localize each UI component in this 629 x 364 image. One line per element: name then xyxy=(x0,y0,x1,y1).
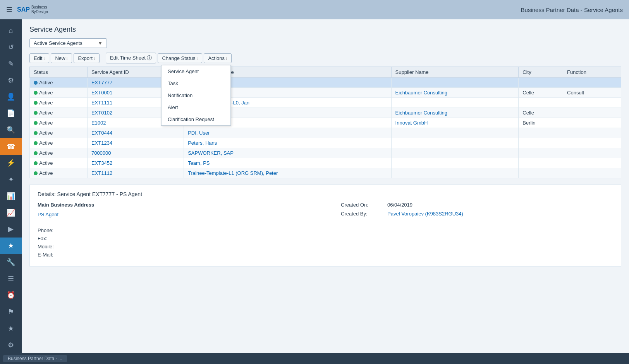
table-row[interactable]: Active7000000SAPWORKER, SAP xyxy=(30,148,621,158)
cell-supplier xyxy=(391,138,519,148)
mobile-row: Mobile: xyxy=(38,244,613,250)
sidebar-item-home[interactable]: ⌂ xyxy=(0,22,22,39)
toolbar-wrapper: Edit ↓ New ↓ Export ↓ Edit Time Sheet ⓘ … xyxy=(29,53,621,63)
sidebar-item-time[interactable]: ⏰ xyxy=(0,287,22,304)
cell-agent-name: Trainee-Template-L1 (ORG SRM), Peter xyxy=(184,168,391,178)
actions-button[interactable]: Actions ↓ xyxy=(204,53,232,63)
created-on-label: Created On: xyxy=(341,202,387,208)
hamburger-menu[interactable]: ☰ xyxy=(6,5,12,14)
email-label: E-Mail: xyxy=(38,252,69,258)
sidebar-item-chart[interactable]: 📊 xyxy=(0,188,22,205)
col-function: Function xyxy=(563,67,621,78)
table-row[interactable]: ActiveEXT0444PDI, User xyxy=(30,128,621,138)
table-row[interactable]: ActiveE1002Müller, OliverInnovat GmbHBer… xyxy=(30,118,621,128)
table-row[interactable]: ActiveEXT1234Peters, Hans xyxy=(30,138,621,148)
created-on-value: 06/04/2019 xyxy=(387,202,412,208)
cell-city xyxy=(519,138,563,148)
sidebar-item-phone[interactable]: ☎ xyxy=(0,138,22,155)
menu-item-service-agent[interactable]: Service Agent xyxy=(162,65,230,77)
created-by-value[interactable]: Pavel Voropaiev (K983S2RGU34) xyxy=(387,211,463,217)
header-title: Business Partner Data - Service Agents xyxy=(521,7,623,13)
change-status-button[interactable]: Change Status ↓ xyxy=(158,53,202,63)
cell-supplier: Eichbaumer Consulting xyxy=(391,88,519,98)
cell-agent-name: SAPWORKER, SAP xyxy=(184,148,391,158)
fax-row: Fax: xyxy=(38,236,613,241)
cell-function xyxy=(563,108,621,118)
sidebar-item-flag[interactable]: ⚑ xyxy=(0,304,22,320)
menu-item-task[interactable]: Task xyxy=(162,77,230,89)
table-row[interactable]: ActiveEXT1111Kursleiter-Template-L0, Jan xyxy=(30,98,621,108)
table-row[interactable]: ActiveEXT1112Trainee-Template-L1 (ORG SR… xyxy=(30,168,621,178)
sidebar-item-analytics[interactable]: ★ xyxy=(0,238,22,254)
chevron-down-icon: ▼ xyxy=(98,40,103,46)
cell-status: Active xyxy=(30,138,88,148)
cell-function xyxy=(563,138,621,148)
sidebar-item-refresh[interactable]: ↺ xyxy=(0,39,22,56)
menu-item-alert[interactable]: Alert xyxy=(162,101,230,113)
edit-button[interactable]: Edit ↓ xyxy=(29,53,49,63)
sidebar-item-search[interactable]: 🔍 xyxy=(0,122,22,138)
cell-agent-id: EXT3452 xyxy=(87,158,184,168)
details-title: Details: Service Agent EXT7777 - PS Agen… xyxy=(38,191,613,197)
address-link[interactable]: PS Agent xyxy=(38,212,58,217)
phone-label: Phone: xyxy=(38,227,69,233)
table-row[interactable]: ActiveEXT7777Agent, PS xyxy=(30,78,621,88)
table-row[interactable]: ActiveEXT3452Team, PS xyxy=(30,158,621,168)
sidebar-item-user[interactable]: 👤 xyxy=(0,89,22,105)
table-row[interactable]: ActiveEXT0001Janson, JosefEichbaumer Con… xyxy=(30,88,621,98)
table-row[interactable]: ActiveEXT0102Löber, JenniferEichbaumer C… xyxy=(30,108,621,118)
filter-bar: Active Service Agents ▼ xyxy=(29,38,621,48)
col-supplier: Supplier Name xyxy=(391,67,519,78)
sidebar-item-document[interactable]: 📄 xyxy=(0,105,22,122)
fax-label: Fax: xyxy=(38,236,69,241)
sidebar-item-list[interactable]: ☰ xyxy=(0,270,22,287)
cell-function xyxy=(563,118,621,128)
data-table: Status Service Agent ID Service Agent Na… xyxy=(29,67,621,178)
details-panel: Details: Service Agent EXT7777 - PS Agen… xyxy=(29,185,621,267)
cell-status: Active xyxy=(30,98,88,108)
cell-supplier: Eichbaumer Consulting xyxy=(391,108,519,118)
cell-city xyxy=(519,168,563,178)
edit-timesheet-label: Edit Time Sheet ⓘ xyxy=(110,55,152,62)
email-row: E-Mail: xyxy=(38,252,613,258)
cell-status: Active xyxy=(30,78,88,88)
export-button[interactable]: Export ↓ xyxy=(74,53,100,63)
menu-item-clarification-request[interactable]: Clarification Request xyxy=(162,113,230,125)
sidebar-item-tools[interactable]: 🔧 xyxy=(0,254,22,271)
cell-supplier xyxy=(391,98,519,108)
cell-status: Active xyxy=(30,158,88,168)
actions-arrow-icon: ↓ xyxy=(225,56,227,60)
new-button[interactable]: New ↓ xyxy=(51,53,72,63)
sidebar-item-config[interactable]: ⚙ xyxy=(0,337,22,353)
edit-timesheet-button[interactable]: Edit Time Sheet ⓘ xyxy=(106,53,156,63)
cell-city: Celle xyxy=(519,88,563,98)
cell-function xyxy=(563,168,621,178)
cell-function xyxy=(563,78,621,88)
cell-supplier xyxy=(391,158,519,168)
sidebar-item-reports[interactable]: 📈 xyxy=(0,204,22,221)
new-button-label: New xyxy=(55,55,65,61)
cell-agent-id: EXT1234 xyxy=(87,138,184,148)
details-grid: Main Business Address PS Agent Created O… xyxy=(38,202,613,220)
sidebar-item-settings[interactable]: ⚙ xyxy=(0,72,22,89)
sidebar-item-lightning[interactable]: ⚡ xyxy=(0,155,22,171)
cell-city xyxy=(519,158,563,168)
sidebar-item-play[interactable]: ▶ xyxy=(0,221,22,238)
cell-supplier xyxy=(391,78,519,88)
change-status-label: Change Status xyxy=(162,55,195,61)
cell-status: Active xyxy=(30,118,88,128)
contact-section: Phone: Fax: Mobile: E-Mail: xyxy=(38,227,613,258)
toolbar: Edit ↓ New ↓ Export ↓ Edit Time Sheet ⓘ … xyxy=(29,53,621,63)
filter-dropdown[interactable]: Active Service Agents ▼ xyxy=(29,38,107,48)
menu-item-notification[interactable]: Notification xyxy=(162,89,230,101)
bottom-bar-item[interactable]: Business Partner Data - ... xyxy=(3,355,67,362)
sidebar-item-favorite[interactable]: ★ xyxy=(0,320,22,337)
cell-supplier xyxy=(391,128,519,138)
cell-status: Active xyxy=(30,88,88,98)
cell-city xyxy=(519,128,563,138)
sidebar-item-star[interactable]: ✦ xyxy=(0,171,22,188)
edit-arrow-icon: ↓ xyxy=(43,56,45,60)
details-right: Created On: 06/04/2019 Created By: Pavel… xyxy=(325,202,613,220)
sidebar-item-edit[interactable]: ✎ xyxy=(0,56,22,72)
logo-sub: Business ByDesign xyxy=(31,5,48,14)
